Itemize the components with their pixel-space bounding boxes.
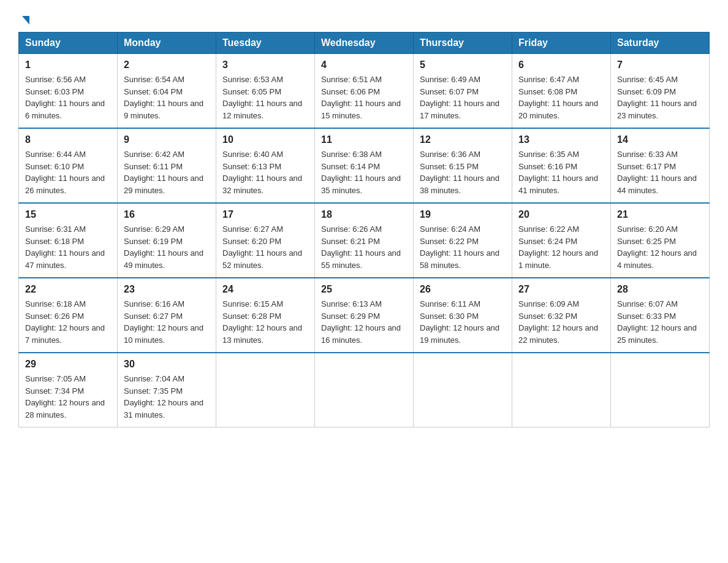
day-daylight: Daylight: 11 hours and 15 minutes.	[321, 99, 401, 120]
calendar-cell: 6 Sunrise: 6:47 AM Sunset: 6:08 PM Dayli…	[512, 54, 611, 129]
day-sunset: Sunset: 6:24 PM	[518, 237, 577, 246]
day-sunset: Sunset: 6:15 PM	[420, 162, 479, 171]
calendar-cell: 5 Sunrise: 6:49 AM Sunset: 6:07 PM Dayli…	[414, 54, 512, 129]
calendar-cell	[414, 353, 512, 427]
day-number: 26	[420, 282, 506, 297]
day-daylight: Daylight: 12 hours and 13 minutes.	[222, 323, 302, 345]
day-daylight: Daylight: 12 hours and 28 minutes.	[25, 398, 105, 419]
day-number: 19	[420, 207, 506, 222]
day-sunrise: Sunrise: 7:04 AM	[124, 374, 184, 383]
calendar-cell	[611, 353, 710, 427]
day-daylight: Daylight: 12 hours and 19 minutes.	[420, 323, 499, 345]
day-daylight: Daylight: 12 hours and 31 minutes.	[124, 398, 203, 419]
day-sunset: Sunset: 6:14 PM	[321, 162, 380, 171]
day-daylight: Daylight: 11 hours and 23 minutes.	[617, 99, 697, 120]
calendar-cell: 23 Sunrise: 6:16 AM Sunset: 6:27 PM Dayl…	[118, 278, 216, 353]
day-sunset: Sunset: 6:21 PM	[321, 237, 380, 246]
day-daylight: Daylight: 11 hours and 35 minutes.	[321, 174, 401, 195]
weekday-header-tuesday: Tuesday	[216, 33, 315, 54]
day-sunrise: Sunrise: 6:54 AM	[124, 75, 184, 84]
calendar-week-row: 29 Sunrise: 7:05 AM Sunset: 7:34 PM Dayl…	[19, 353, 710, 427]
day-number: 22	[25, 282, 111, 297]
calendar-cell: 29 Sunrise: 7:05 AM Sunset: 7:34 PM Dayl…	[19, 353, 118, 427]
day-sunset: Sunset: 6:04 PM	[124, 87, 183, 96]
calendar-cell: 18 Sunrise: 6:26 AM Sunset: 6:21 PM Dayl…	[315, 203, 414, 278]
day-sunset: Sunset: 6:22 PM	[420, 237, 479, 246]
day-sunset: Sunset: 6:32 PM	[518, 312, 577, 321]
day-sunrise: Sunrise: 6:20 AM	[617, 224, 678, 234]
day-number: 17	[222, 207, 308, 222]
day-daylight: Daylight: 11 hours and 47 minutes.	[25, 248, 105, 270]
day-sunrise: Sunrise: 6:07 AM	[617, 299, 678, 308]
day-sunset: Sunset: 6:17 PM	[617, 162, 676, 171]
day-number: 20	[518, 207, 604, 222]
calendar-cell: 12 Sunrise: 6:36 AM Sunset: 6:15 PM Dayl…	[414, 128, 512, 203]
calendar-cell: 8 Sunrise: 6:44 AM Sunset: 6:10 PM Dayli…	[19, 128, 118, 203]
day-sunrise: Sunrise: 6:44 AM	[25, 150, 86, 159]
weekday-header-thursday: Thursday	[414, 33, 512, 54]
weekday-header-sunday: Sunday	[19, 33, 118, 54]
day-sunset: Sunset: 6:10 PM	[25, 162, 84, 171]
day-daylight: Daylight: 11 hours and 6 minutes.	[25, 99, 105, 120]
calendar-week-row: 22 Sunrise: 6:18 AM Sunset: 6:26 PM Dayl…	[19, 278, 710, 353]
day-sunrise: Sunrise: 6:42 AM	[124, 150, 184, 159]
day-sunrise: Sunrise: 6:56 AM	[25, 75, 86, 84]
calendar-cell	[512, 353, 611, 427]
day-sunrise: Sunrise: 6:47 AM	[518, 75, 579, 84]
day-sunset: Sunset: 7:35 PM	[124, 386, 183, 396]
day-daylight: Daylight: 11 hours and 41 minutes.	[518, 174, 598, 195]
day-number: 7	[617, 58, 703, 72]
calendar-cell: 7 Sunrise: 6:45 AM Sunset: 6:09 PM Dayli…	[611, 54, 710, 129]
calendar-cell: 13 Sunrise: 6:35 AM Sunset: 6:16 PM Dayl…	[512, 128, 611, 203]
day-number: 8	[25, 132, 111, 147]
day-daylight: Daylight: 12 hours and 4 minutes.	[617, 248, 697, 270]
calendar-cell: 14 Sunrise: 6:33 AM Sunset: 6:17 PM Dayl…	[611, 128, 710, 203]
day-sunrise: Sunrise: 6:29 AM	[124, 224, 184, 234]
day-sunrise: Sunrise: 6:53 AM	[222, 75, 283, 84]
day-number: 11	[321, 132, 407, 147]
day-daylight: Daylight: 11 hours and 52 minutes.	[222, 248, 302, 270]
day-sunrise: Sunrise: 7:05 AM	[25, 374, 86, 383]
day-daylight: Daylight: 11 hours and 29 minutes.	[124, 174, 203, 195]
day-sunset: Sunset: 6:06 PM	[321, 87, 380, 96]
day-daylight: Daylight: 12 hours and 7 minutes.	[25, 323, 105, 345]
day-sunset: Sunset: 6:05 PM	[222, 87, 281, 96]
weekday-header-saturday: Saturday	[611, 33, 710, 54]
weekday-header-row: SundayMondayTuesdayWednesdayThursdayFrid…	[19, 33, 710, 54]
day-daylight: Daylight: 11 hours and 20 minutes.	[518, 99, 598, 120]
calendar-cell: 1 Sunrise: 6:56 AM Sunset: 6:03 PM Dayli…	[19, 54, 118, 129]
day-number: 28	[617, 282, 703, 297]
day-number: 24	[222, 282, 308, 297]
day-daylight: Daylight: 11 hours and 26 minutes.	[25, 174, 105, 195]
calendar-cell: 17 Sunrise: 6:27 AM Sunset: 6:20 PM Dayl…	[216, 203, 315, 278]
day-daylight: Daylight: 11 hours and 9 minutes.	[124, 99, 203, 120]
day-number: 18	[321, 207, 407, 222]
calendar-cell: 30 Sunrise: 7:04 AM Sunset: 7:35 PM Dayl…	[118, 353, 216, 427]
day-daylight: Daylight: 11 hours and 49 minutes.	[124, 248, 203, 270]
day-sunset: Sunset: 6:19 PM	[124, 237, 183, 246]
calendar-cell: 4 Sunrise: 6:51 AM Sunset: 6:06 PM Dayli…	[315, 54, 414, 129]
day-sunrise: Sunrise: 6:18 AM	[25, 299, 86, 308]
day-number: 25	[321, 282, 407, 297]
day-sunset: Sunset: 6:30 PM	[420, 312, 479, 321]
day-number: 6	[518, 58, 604, 72]
calendar-cell: 26 Sunrise: 6:11 AM Sunset: 6:30 PM Dayl…	[414, 278, 512, 353]
calendar-cell: 24 Sunrise: 6:15 AM Sunset: 6:28 PM Dayl…	[216, 278, 315, 353]
day-sunset: Sunset: 6:28 PM	[222, 312, 281, 321]
day-sunrise: Sunrise: 6:33 AM	[617, 150, 678, 159]
day-number: 23	[124, 282, 210, 297]
calendar-table: SundayMondayTuesdayWednesdayThursdayFrid…	[18, 32, 710, 427]
calendar-week-row: 15 Sunrise: 6:31 AM Sunset: 6:18 PM Dayl…	[19, 203, 710, 278]
day-sunrise: Sunrise: 6:13 AM	[321, 299, 382, 308]
day-number: 2	[124, 58, 210, 72]
day-sunrise: Sunrise: 6:38 AM	[321, 150, 382, 159]
calendar-cell: 21 Sunrise: 6:20 AM Sunset: 6:25 PM Dayl…	[611, 203, 710, 278]
day-sunrise: Sunrise: 6:35 AM	[518, 150, 579, 159]
day-daylight: Daylight: 11 hours and 55 minutes.	[321, 248, 401, 270]
day-number: 16	[124, 207, 210, 222]
day-number: 15	[25, 207, 111, 222]
day-number: 1	[25, 58, 111, 72]
day-sunrise: Sunrise: 6:26 AM	[321, 224, 382, 234]
calendar-cell: 28 Sunrise: 6:07 AM Sunset: 6:33 PM Dayl…	[611, 278, 710, 353]
day-daylight: Daylight: 12 hours and 1 minute.	[518, 248, 598, 270]
